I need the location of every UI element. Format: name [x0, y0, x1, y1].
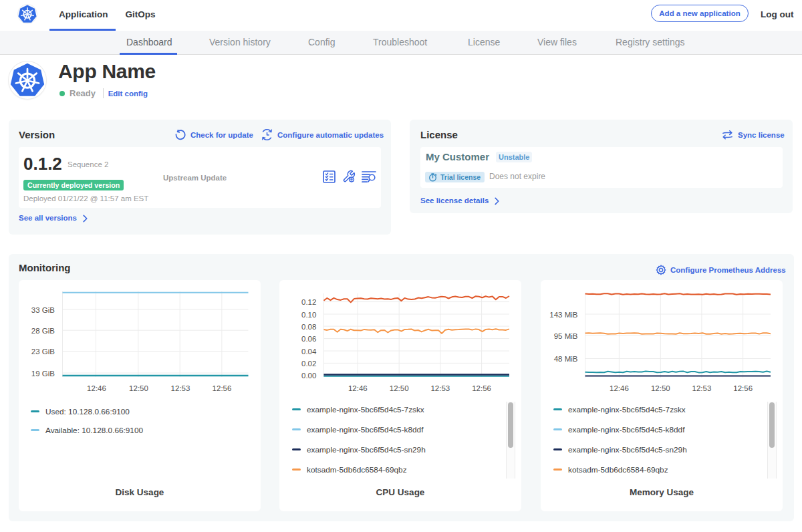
- svg-text:0.02: 0.02: [301, 360, 316, 368]
- svg-text:95 MiB: 95 MiB: [554, 332, 578, 340]
- svg-text:12:50: 12:50: [390, 384, 409, 392]
- svg-text:0.06: 0.06: [301, 335, 316, 343]
- svg-text:12:53: 12:53: [692, 384, 712, 392]
- svg-text:0.12: 0.12: [301, 298, 316, 306]
- svg-text:12:50: 12:50: [651, 384, 670, 392]
- svg-text:0.10: 0.10: [301, 311, 316, 319]
- svg-text:0.08: 0.08: [301, 323, 316, 331]
- svg-text:12:56: 12:56: [472, 384, 491, 392]
- svg-text:33 GiB: 33 GiB: [31, 306, 55, 314]
- svg-text:0.00: 0.00: [301, 372, 316, 380]
- svg-text:23 GiB: 23 GiB: [31, 348, 55, 356]
- svg-text:12:53: 12:53: [171, 384, 190, 392]
- svg-text:143 MiB: 143 MiB: [549, 311, 578, 319]
- svg-text:48 MiB: 48 MiB: [554, 355, 578, 363]
- svg-text:12:56: 12:56: [733, 384, 753, 392]
- svg-text:19 GiB: 19 GiB: [31, 370, 55, 378]
- svg-text:12:46: 12:46: [87, 384, 106, 392]
- svg-text:12:50: 12:50: [129, 384, 148, 392]
- svg-text:12:53: 12:53: [430, 384, 450, 392]
- svg-text:28 GiB: 28 GiB: [31, 327, 55, 335]
- svg-text:0.04: 0.04: [301, 348, 317, 356]
- svg-text:12:56: 12:56: [213, 384, 232, 392]
- svg-text:12:46: 12:46: [348, 384, 368, 392]
- svg-text:12:46: 12:46: [610, 384, 629, 392]
